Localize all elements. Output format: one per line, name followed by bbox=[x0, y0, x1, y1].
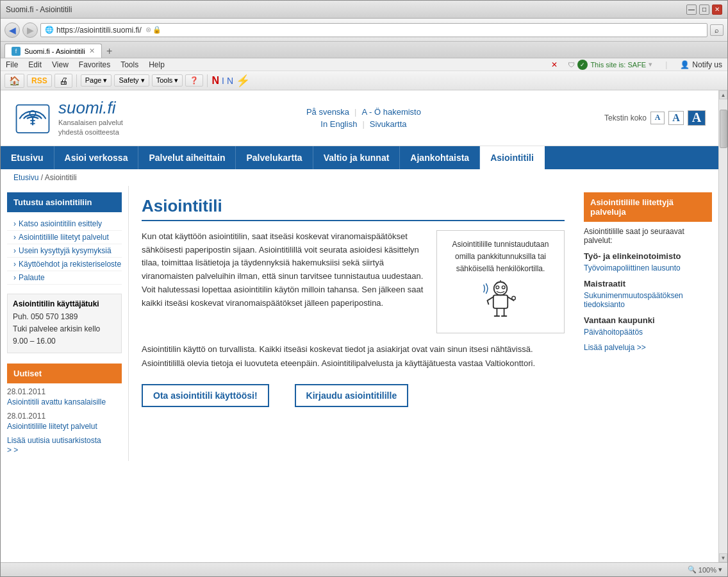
nav-asiointitili[interactable]: Asiointitili bbox=[480, 146, 545, 169]
forward-button[interactable]: ▶ bbox=[22, 22, 38, 38]
right-sidebar-link-2[interactable]: Sukunimenmuutospäätöksen tiedoksianto bbox=[584, 291, 712, 309]
more-news-link[interactable]: Lisää uutisia uutisarkistosta bbox=[7, 436, 122, 445]
safety-menu-button[interactable]: Safety ▾ bbox=[114, 74, 149, 87]
sidebar-link-1[interactable]: Katso asiointitilin esittely bbox=[7, 217, 122, 231]
nav-palvelukartta[interactable]: Palvelukartta bbox=[236, 146, 313, 169]
minimize-button[interactable]: — bbox=[686, 4, 697, 15]
brand-name: suomi.fi bbox=[58, 98, 123, 118]
nav-etusivu[interactable]: Etusivu bbox=[1, 146, 54, 169]
tools-menu-button[interactable]: Tools ▾ bbox=[152, 74, 183, 87]
nav-valtio[interactable]: Valtio ja kunnat bbox=[313, 146, 401, 169]
menu-favorites[interactable]: Favorites bbox=[79, 60, 110, 69]
page-label: Page ▾ bbox=[85, 76, 108, 85]
window-title: Suomi.fi - Asiointitili bbox=[6, 5, 72, 14]
support-hours: Tuki palvelee arkisin kello 9.00 – 16.00 bbox=[13, 323, 116, 347]
refresh-btn[interactable]: ⊗ bbox=[145, 26, 151, 34]
right-section-title-3: Vantaan kaupunki bbox=[584, 315, 712, 325]
news-link-2[interactable]: Asiointitilille liitetyt palvelut bbox=[7, 422, 122, 431]
menu-file[interactable]: File bbox=[6, 60, 18, 69]
nav-ajankohtaista[interactable]: Ajankohtaista bbox=[400, 146, 480, 169]
zoom-indicator: 🔍 100% ▾ bbox=[688, 565, 722, 574]
right-sidebar-section-3: Vantaan kaupunki Päivähoitopäätös bbox=[584, 315, 712, 337]
lang-sv-link[interactable]: På svenska bbox=[306, 107, 349, 117]
lang-en-link[interactable]: In English bbox=[320, 119, 357, 129]
page-menu-button[interactable]: Page ▾ bbox=[81, 74, 112, 87]
home-icon: 🏠 bbox=[9, 76, 20, 86]
search-button[interactable]: ⌕ bbox=[710, 24, 724, 36]
print-button[interactable]: 🖨 bbox=[54, 74, 72, 88]
support-title: Asiointitilin käyttäjätuki bbox=[13, 299, 116, 308]
menu-tools[interactable]: Tools bbox=[120, 60, 138, 69]
breadcrumb-home[interactable]: Etusivu bbox=[13, 173, 38, 182]
safe-icon: ✓ bbox=[577, 60, 588, 70]
right-sidebar-section-2: Maistraatit Sukunimenmuutospäätöksen tie… bbox=[584, 279, 712, 309]
sidebar-link-4[interactable]: Käyttöehdot ja rekisteriseloste bbox=[7, 258, 122, 271]
address-controls: ⌕ bbox=[710, 24, 724, 36]
index-link[interactable]: A - Ö hakemisto bbox=[361, 107, 420, 117]
logo-text: suomi.fi Kansalaisen palvelut yhdestä os… bbox=[58, 98, 123, 138]
rss-icon: RSS bbox=[31, 76, 47, 85]
text-size-medium[interactable]: A bbox=[668, 111, 684, 125]
news-link-1[interactable]: Asiointitili avattu kansalaisille bbox=[7, 397, 122, 406]
text-size-label: Tekstin koko bbox=[604, 113, 647, 122]
close-button[interactable]: ✕ bbox=[712, 4, 722, 15]
action-buttons: Ota asiointitili käyttöösi! Kirjaudu asi… bbox=[142, 384, 565, 407]
news-date-1: 28.01.2011 bbox=[7, 387, 122, 396]
robot-figure bbox=[481, 280, 520, 325]
zoom-level: 100% bbox=[699, 566, 716, 574]
intro-paragraph: Kun otat käyttöön asiointitilin, saat it… bbox=[142, 230, 426, 310]
left-sidebar: Tutustu asiointitiliin Katso asiointitil… bbox=[1, 186, 129, 462]
right-sidebar-link-3[interactable]: Päivähoitopäätös bbox=[584, 328, 712, 337]
notify-button[interactable]: 👤 Notify us bbox=[680, 60, 722, 69]
back-button[interactable]: ◀ bbox=[4, 22, 20, 38]
scroll-down[interactable]: ▼ bbox=[719, 553, 727, 562]
safe-text: This site is: SAFE bbox=[590, 61, 646, 69]
header-language-links: På svenska | A - Ö hakemisto In English … bbox=[306, 107, 421, 129]
nav-asioi[interactable]: Asioi verkossa bbox=[54, 146, 139, 169]
text-size-small[interactable]: A bbox=[650, 112, 665, 124]
breadcrumb: Etusivu / Asiointitili bbox=[1, 169, 718, 186]
text-size-large[interactable]: A bbox=[688, 110, 706, 126]
menu-view[interactable]: View bbox=[52, 60, 69, 69]
active-tab[interactable]: f Suomi.fi - Asiointitili ✕ bbox=[4, 44, 102, 58]
sitemap-link[interactable]: Sivukartta bbox=[370, 119, 407, 129]
svg-point-7 bbox=[512, 297, 516, 301]
page-title: Asiointitili bbox=[142, 196, 565, 221]
security-text: Asiointitilin käyttö on turvallista. Kai… bbox=[142, 342, 565, 371]
menu-help[interactable]: Help bbox=[149, 60, 165, 69]
sidebar-link-5[interactable]: Palaute bbox=[7, 271, 122, 285]
more-services-link[interactable]: Lisää palveluja >> bbox=[584, 343, 712, 352]
activate-button[interactable]: Ota asiointitili käyttöösi! bbox=[142, 384, 269, 407]
browser-icon: 🌐 bbox=[45, 26, 54, 34]
menu-edit[interactable]: Edit bbox=[28, 60, 42, 69]
new-tab-button[interactable]: + bbox=[103, 45, 116, 58]
rss-button[interactable]: RSS bbox=[27, 74, 52, 87]
safety-label: Safety ▾ bbox=[119, 76, 144, 85]
notify-label: Notify us bbox=[692, 60, 722, 69]
url-text: https://asiointitili.suomi.fi/ bbox=[56, 26, 142, 35]
nav-palvelut[interactable]: Palvelut aiheittain bbox=[138, 146, 236, 169]
site-header: suomi.fi Kansalaisen palvelut yhdestä os… bbox=[1, 90, 718, 146]
close-info-bar[interactable]: ✕ bbox=[551, 60, 558, 69]
home-button[interactable]: 🏠 bbox=[4, 74, 24, 88]
scroll-up[interactable]: ▲ bbox=[719, 90, 727, 99]
maximize-button[interactable]: □ bbox=[699, 4, 709, 15]
sidebar-link-3[interactable]: Usein kysyttyjä kysymyksiä bbox=[7, 244, 122, 258]
content-area: Tutustu asiointitiliin Katso asiointitil… bbox=[1, 186, 718, 462]
right-sidebar-link-1[interactable]: Työvoimapoliittinen lausunto bbox=[584, 263, 712, 272]
auth-box-text: Asiointitilille tunnistaudutaan omilla p… bbox=[445, 238, 556, 276]
breadcrumb-current: Asiointitili bbox=[45, 173, 77, 182]
login-button[interactable]: Kirjaudu asiointitilille bbox=[295, 384, 409, 407]
right-sidebar-section-1: Työ- ja elinkeinotoimisto Työvoimapoliit… bbox=[584, 251, 712, 272]
print-icon: 🖨 bbox=[59, 76, 68, 86]
sidebar-link-2[interactable]: Asiointitilille liitetyt palvelut bbox=[7, 231, 122, 244]
address-bar[interactable]: 🌐 https://asiointitili.suomi.fi/ ⊗ 🔒 bbox=[40, 23, 707, 37]
tab-close-button[interactable]: ✕ bbox=[89, 47, 95, 55]
status-bar: 🔍 100% ▾ bbox=[1, 562, 727, 576]
scroll-thumb[interactable] bbox=[720, 110, 727, 148]
tab-label: Suomi.fi - Asiointitili bbox=[24, 47, 85, 55]
help-toolbar-button[interactable]: ❓ bbox=[185, 74, 203, 87]
news-date-2: 28.01.2011 bbox=[7, 412, 122, 421]
safe-badge: 🛡 ✓ This site is: SAFE ▾ bbox=[568, 60, 652, 70]
logo-svg bbox=[13, 102, 52, 134]
